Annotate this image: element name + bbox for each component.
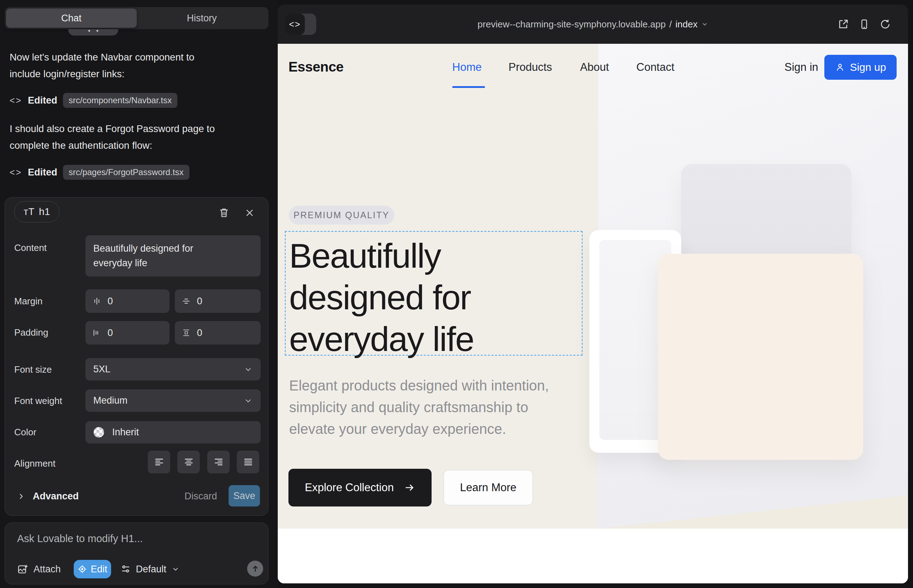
align-center-button[interactable] bbox=[177, 451, 200, 473]
nav-link-contact[interactable]: Contact bbox=[636, 61, 674, 74]
margin-label: Margin bbox=[14, 296, 42, 307]
mobile-phone-icon bbox=[858, 18, 870, 30]
color-label: Color bbox=[14, 427, 36, 438]
close-icon bbox=[244, 208, 254, 218]
lovable-sidebar: Chat History Now let's update the Navbar… bbox=[0, 0, 278, 588]
tab-history[interactable]: History bbox=[137, 8, 267, 28]
url-separator: / bbox=[669, 19, 672, 30]
chat-history-tabbar: Chat History bbox=[5, 7, 269, 29]
file-chip[interactable]: src/components/Navbar.tsx bbox=[63, 93, 177, 108]
padding-y-input[interactable]: 0 bbox=[175, 321, 261, 344]
model-default-select[interactable]: Default bbox=[120, 564, 180, 575]
element-editor-panel: ᴛT h1 Content Beautifully designed for e… bbox=[5, 197, 269, 516]
advanced-toggle[interactable]: Advanced bbox=[17, 491, 79, 502]
font-weight-select[interactable]: Medium bbox=[86, 389, 261, 412]
font-weight-label: Font weight bbox=[14, 396, 62, 407]
margin-vertical-icon bbox=[181, 296, 191, 306]
scrolled-message-peek bbox=[68, 29, 118, 36]
next-section-background bbox=[278, 528, 908, 583]
sliders-icon bbox=[120, 564, 131, 575]
align-left-button[interactable] bbox=[148, 451, 170, 473]
edit-mode-button[interactable]: Edit bbox=[74, 560, 111, 578]
tab-chat[interactable]: Chat bbox=[6, 8, 137, 28]
edited-file-row[interactable]: <> Edited src/components/Navbar.tsx bbox=[10, 92, 177, 108]
url-domain: preview--charming-site-symphony.lovable.… bbox=[478, 19, 665, 30]
prompt-input[interactable] bbox=[17, 533, 252, 544]
refresh-icon bbox=[879, 18, 891, 30]
align-right-button[interactable] bbox=[207, 451, 230, 473]
file-chip[interactable]: src/pages/ForgotPassword.tsx bbox=[63, 165, 189, 180]
delete-element-button[interactable] bbox=[215, 204, 233, 222]
chat-message: I should also create a Forgot Password p… bbox=[10, 120, 266, 154]
align-justify-icon bbox=[243, 456, 254, 468]
color-swatch bbox=[93, 427, 104, 438]
active-nav-underline bbox=[452, 86, 485, 88]
code-icon: <> bbox=[10, 167, 22, 178]
alignment-label: Alignment bbox=[14, 458, 55, 469]
align-left-icon bbox=[154, 456, 165, 468]
decor-cream-card bbox=[658, 254, 863, 460]
align-center-icon bbox=[183, 456, 194, 468]
nav-link-home[interactable]: Home bbox=[452, 61, 482, 74]
edited-label: Edited bbox=[28, 95, 57, 106]
url-bar[interactable]: preview--charming-site-symphony.lovable.… bbox=[278, 5, 908, 44]
refresh-button[interactable] bbox=[879, 18, 892, 31]
open-in-new-tab-button[interactable] bbox=[837, 18, 850, 31]
save-button[interactable]: Save bbox=[228, 485, 260, 507]
send-button[interactable] bbox=[247, 561, 263, 577]
margin-y-input[interactable]: 0 bbox=[175, 289, 261, 313]
selected-element-tag: ᴛT h1 bbox=[14, 201, 60, 223]
discard-button[interactable]: Discard bbox=[185, 491, 217, 502]
align-right-icon bbox=[213, 456, 224, 468]
arrow-up-icon bbox=[251, 564, 260, 573]
explore-collection-button[interactable]: Explore Collection bbox=[288, 469, 432, 507]
site-viewport: Essence Home Products About Contact Sign… bbox=[278, 44, 908, 583]
site-navbar: Essence Home Products About Contact Sign… bbox=[278, 44, 908, 91]
chevron-down-icon bbox=[244, 396, 253, 405]
mobile-view-button[interactable] bbox=[858, 18, 871, 31]
padding-x-input[interactable]: 0 bbox=[86, 321, 170, 344]
code-icon: <> bbox=[10, 95, 22, 106]
edited-file-row[interactable]: <> Edited src/pages/ForgotPassword.tsx bbox=[10, 165, 189, 180]
chevron-right-icon bbox=[17, 492, 25, 500]
chat-message: Now let's update the Navbar component to… bbox=[10, 49, 266, 82]
external-link-icon bbox=[837, 18, 849, 30]
learn-more-button[interactable]: Learn More bbox=[444, 470, 533, 506]
content-label: Content bbox=[14, 242, 47, 254]
trash-icon bbox=[218, 207, 230, 218]
hero-heading[interactable]: Beautifully designed for everyday life bbox=[289, 235, 474, 360]
content-textarea[interactable]: Beautifully designed for everyday life bbox=[86, 235, 261, 276]
user-icon bbox=[835, 62, 845, 72]
sign-in-link[interactable]: Sign in bbox=[784, 61, 818, 74]
preview-browser-window: <> preview--charming-site-symphony.lovab… bbox=[278, 5, 908, 583]
font-size-select[interactable]: 5XL bbox=[86, 358, 261, 381]
padding-label: Padding bbox=[14, 327, 48, 338]
premium-quality-badge: PREMIUM QUALITY bbox=[289, 206, 394, 225]
chevron-down-icon bbox=[244, 365, 253, 374]
margin-x-input[interactable]: 0 bbox=[86, 289, 170, 313]
padding-horizontal-icon bbox=[92, 328, 102, 338]
color-select[interactable]: Inherit bbox=[86, 421, 261, 444]
font-size-label: Font size bbox=[14, 364, 52, 375]
target-icon bbox=[77, 564, 87, 574]
chevron-down-icon bbox=[171, 565, 180, 573]
url-page: index bbox=[675, 19, 698, 30]
chevron-down-icon bbox=[701, 21, 708, 28]
nav-link-about[interactable]: About bbox=[580, 61, 609, 74]
prompt-composer: Attach Edit Default bbox=[5, 522, 269, 585]
sign-up-button[interactable]: Sign up bbox=[824, 55, 897, 80]
attach-button[interactable]: Attach bbox=[17, 564, 61, 575]
padding-vertical-icon bbox=[181, 328, 191, 338]
edited-label: Edited bbox=[28, 167, 57, 178]
browser-chrome: <> preview--charming-site-symphony.lovab… bbox=[278, 5, 908, 44]
site-logo[interactable]: Essence bbox=[288, 59, 344, 75]
margin-horizontal-icon bbox=[92, 296, 102, 306]
align-justify-button[interactable] bbox=[237, 451, 259, 473]
close-editor-button[interactable] bbox=[241, 204, 259, 222]
type-icon: ᴛT bbox=[24, 207, 34, 218]
attach-image-icon bbox=[17, 564, 29, 575]
arrow-right-icon bbox=[404, 482, 415, 493]
hero-description: Elegant products designed with intention… bbox=[289, 375, 549, 440]
nav-link-products[interactable]: Products bbox=[508, 61, 552, 74]
